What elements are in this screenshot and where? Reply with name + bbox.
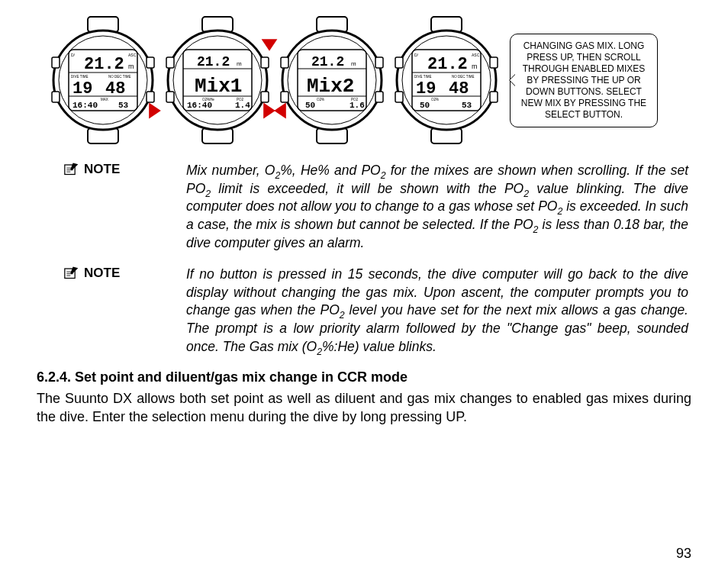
- note-icon: [64, 266, 79, 279]
- callout-text: CHANGING GAS MIX. LONG PRESS UP, THEN SC…: [521, 40, 646, 120]
- svg-rect-9: [147, 57, 154, 68]
- w4-tag-left: D/: [414, 53, 419, 57]
- svg-marker-57: [70, 267, 78, 275]
- note-label: NOTE: [64, 162, 186, 252]
- watch-3: 21.2 m Mix2 O2% PO2 50 1.6: [275, 15, 389, 145]
- w3-depth-unit: m: [351, 60, 356, 67]
- w1-bot-l: 16:40: [72, 101, 98, 110]
- w4-mid-l: 19: [416, 79, 436, 98]
- w2-mix: Mix1: [195, 75, 242, 98]
- svg-rect-47: [490, 92, 498, 102]
- watch-1: D/ ASC 21.2 m DIVE TIME NO DEC TIME 19 4…: [46, 15, 160, 145]
- svg-marker-36: [274, 103, 286, 119]
- w2-bot-l: 16:40: [187, 101, 212, 110]
- w1-bot-r: 53: [118, 101, 129, 110]
- w4-midlbl-r: NO DEC TIME: [452, 75, 474, 79]
- w3-mix: Mix2: [307, 75, 354, 98]
- svg-rect-7: [52, 57, 60, 68]
- w4-midlbl-l: DIVE TIME: [414, 75, 431, 79]
- notes-block: NOTE Mix number, O2%, He% and PO2 for th…: [64, 162, 688, 356]
- w3-depth: 21.2: [311, 54, 344, 69]
- callout-bubble: CHANGING GAS MIX. LONG PRESS UP, THEN SC…: [510, 34, 658, 127]
- w1-mid-r: 48: [105, 79, 125, 98]
- w1-depth: 21.2: [84, 55, 124, 74]
- w3-bot-l: 50: [305, 101, 315, 110]
- watch-2: 21.2 m Mix1 O2%He PO2 16:40 1.4: [160, 15, 275, 145]
- svg-marker-11: [149, 103, 161, 119]
- page-number: 93: [676, 546, 691, 562]
- w1-mid-l: 19: [72, 79, 92, 98]
- w4-depth: 21.2: [427, 55, 468, 74]
- svg-rect-44: [395, 57, 403, 68]
- w4-tag-right: ASC: [472, 53, 480, 57]
- w1-botlbl: MAX: [101, 98, 108, 102]
- w1-midlbl-l: DIVE TIME: [71, 75, 88, 79]
- svg-rect-34: [375, 57, 383, 68]
- svg-rect-45: [395, 92, 403, 102]
- w1-midlbl-r: NO DEC TIME: [108, 75, 130, 79]
- svg-rect-32: [281, 57, 288, 68]
- note-label-text: NOTE: [84, 162, 120, 177]
- svg-rect-8: [52, 92, 60, 102]
- w1-tag-left: D/: [71, 53, 76, 57]
- svg-rect-19: [166, 57, 174, 68]
- w2-depth-unit: m: [237, 60, 242, 67]
- note-row: NOTE If no button is pressed in 15 secon…: [64, 266, 688, 356]
- w2-bot-r: 1.4: [235, 101, 250, 110]
- w1-tag-right: ASC: [128, 53, 137, 57]
- w4-botlbl: O2%: [431, 98, 439, 102]
- svg-rect-46: [490, 57, 498, 68]
- w4-depth-unit: m: [472, 63, 478, 70]
- w4-bot-l: 50: [420, 101, 430, 110]
- note-row: NOTE Mix number, O2%, He% and PO2 for th…: [64, 162, 688, 252]
- watch-4: D/ ASC 21.2 m DIVE TIME NO DEC TIME 19 4…: [389, 15, 504, 145]
- w3-bot-r: 1.6: [350, 101, 365, 110]
- note-label-text: NOTE: [84, 266, 120, 281]
- svg-rect-35: [375, 92, 383, 102]
- w1-depth-unit: m: [128, 63, 134, 70]
- w4-mid-r: 48: [449, 79, 469, 98]
- section-heading: 6.2.4. Set point and diluent/gas mix cha…: [37, 369, 691, 385]
- section-body: The Suunto DX allows both set point as w…: [37, 390, 691, 427]
- note-label: NOTE: [64, 266, 186, 356]
- w3-botlbl: O2%: [317, 98, 324, 102]
- note-body: Mix number, O2%, He% and PO2 for the mix…: [186, 162, 688, 252]
- illustration-row: D/ ASC 21.2 m DIVE TIME NO DEC TIME 19 4…: [37, 15, 691, 145]
- page: D/ ASC 21.2 m DIVE TIME NO DEC TIME 19 4…: [0, 0, 728, 577]
- svg-marker-52: [70, 163, 78, 171]
- w4-bot-r: 53: [462, 101, 472, 110]
- svg-rect-21: [261, 57, 269, 68]
- svg-rect-20: [166, 92, 174, 102]
- note-body: If no button is pressed in 15 seconds, t…: [186, 266, 688, 356]
- w2-depth: 21.2: [197, 54, 230, 69]
- arrow-select-icon: [270, 101, 290, 124]
- note-icon: [64, 162, 79, 176]
